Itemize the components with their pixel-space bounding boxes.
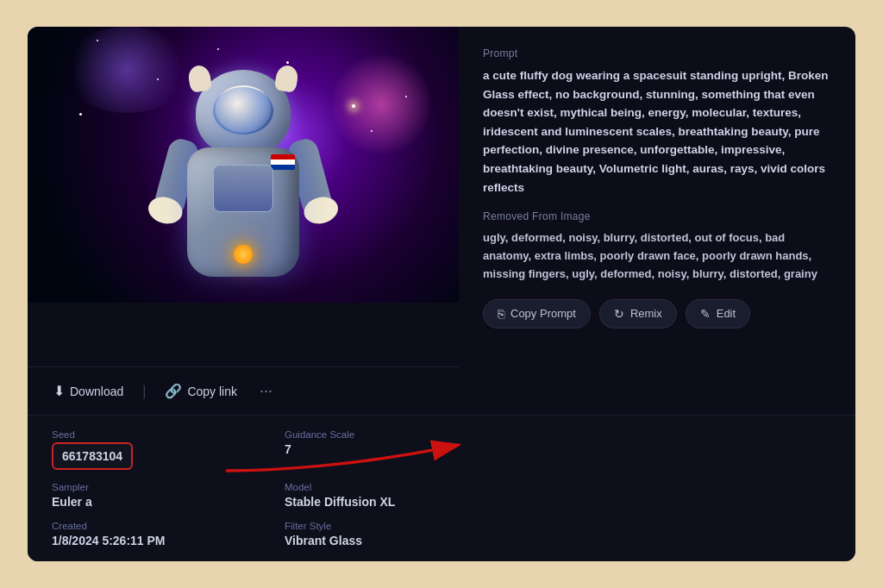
remix-label: Remix — [630, 307, 662, 320]
paw-left — [146, 193, 185, 227]
download-label: Download — [70, 385, 123, 398]
action-buttons-row: ⎘ Copy Prompt ↻ Remix ✎ Edit — [483, 299, 831, 328]
filter-value: Vibrant Glass — [285, 534, 483, 547]
dog-illustration — [148, 61, 338, 303]
filter-label: Filter Style — [285, 521, 483, 531]
sampler-label: Sampler — [52, 482, 250, 492]
copy-link-label: Copy link — [187, 385, 237, 398]
bottom-section: Seed 661783104 Guidance Scale 7 Sampler … — [28, 415, 855, 561]
paw-right — [301, 193, 341, 227]
prompt-label: Prompt — [483, 47, 831, 59]
seed-value: 661783104 — [62, 449, 122, 463]
star-7 — [371, 130, 373, 132]
sampler-value: Euler a — [52, 495, 250, 509]
helmet — [196, 70, 291, 156]
more-options-label: ··· — [260, 382, 272, 399]
separator-1: | — [142, 384, 146, 399]
main-container: ⬇ Download | 🔗 Copy link ··· Prompt a cu… — [28, 27, 855, 561]
download-button[interactable]: ⬇ Download — [45, 378, 132, 404]
seed-highlight-box: 661783104 — [52, 442, 133, 470]
star-1 — [97, 40, 98, 41]
star-5 — [79, 113, 82, 116]
model-label: Model — [285, 482, 483, 492]
created-item: Created 1/8/2024 5:26:11 PM — [52, 521, 250, 547]
right-panel: Prompt a cute fluffy dog wearing a space… — [459, 27, 855, 415]
helmet-visor — [213, 87, 273, 134]
sampler-item: Sampler Euler a — [52, 482, 250, 509]
edit-label: Edit — [717, 307, 736, 320]
model-item: Model Stable Diffusion XL — [285, 482, 483, 509]
suit-light — [234, 245, 253, 264]
bottom-right — [483, 429, 831, 547]
remix-icon: ↻ — [614, 307, 624, 321]
link-icon: 🔗 — [165, 383, 182, 399]
bottom-left: Seed 661783104 Guidance Scale 7 Sampler … — [52, 429, 483, 547]
more-options-button[interactable]: ··· — [253, 378, 279, 403]
created-label: Created — [52, 521, 250, 531]
nebula-glow-1 — [329, 53, 433, 156]
copy-prompt-button[interactable]: ⎘ Copy Prompt — [483, 299, 591, 328]
left-panel: ⬇ Download | 🔗 Copy link ··· — [28, 27, 459, 415]
seed-label: Seed — [52, 429, 250, 440]
copy-prompt-label: Copy Prompt — [510, 307, 576, 320]
chest-panel — [213, 165, 273, 212]
seed-item: Seed 661783104 — [52, 429, 250, 470]
guidance-label: Guidance Scale — [285, 429, 483, 440]
guidance-value: 7 — [285, 442, 483, 456]
top-section: ⬇ Download | 🔗 Copy link ··· Prompt a cu… — [28, 27, 855, 415]
remix-button[interactable]: ↻ Remix — [599, 299, 677, 328]
generated-image — [28, 27, 459, 303]
filter-item: Filter Style Vibrant Glass — [285, 521, 483, 547]
dog-ear-right — [274, 64, 300, 93]
image-container — [28, 27, 459, 366]
suit-torso — [187, 147, 299, 277]
edit-button[interactable]: ✎ Edit — [686, 299, 750, 328]
suit-flag — [271, 154, 295, 170]
star-4 — [405, 96, 407, 97]
guidance-item: Guidance Scale 7 — [285, 429, 483, 470]
negative-text: ugly, deformed, noisy, blurry, distorted… — [483, 229, 831, 283]
copy-link-button[interactable]: 🔗 Copy link — [156, 378, 246, 404]
star-burst — [352, 104, 355, 108]
download-icon: ⬇ — [53, 383, 65, 399]
created-value: 1/8/2024 5:26:11 PM — [52, 534, 250, 547]
dog-ear-left — [187, 64, 213, 93]
star-6 — [217, 48, 219, 50]
image-bottom-bar: ⬇ Download | 🔗 Copy link ··· — [28, 366, 459, 415]
edit-icon: ✎ — [700, 307, 711, 321]
model-value: Stable Diffusion XL — [285, 495, 483, 509]
prompt-text: a cute fluffy dog wearing a spacesuit st… — [483, 66, 831, 197]
negative-label: Removed From Image — [483, 210, 831, 222]
copy-prompt-icon: ⎘ — [498, 307, 504, 321]
